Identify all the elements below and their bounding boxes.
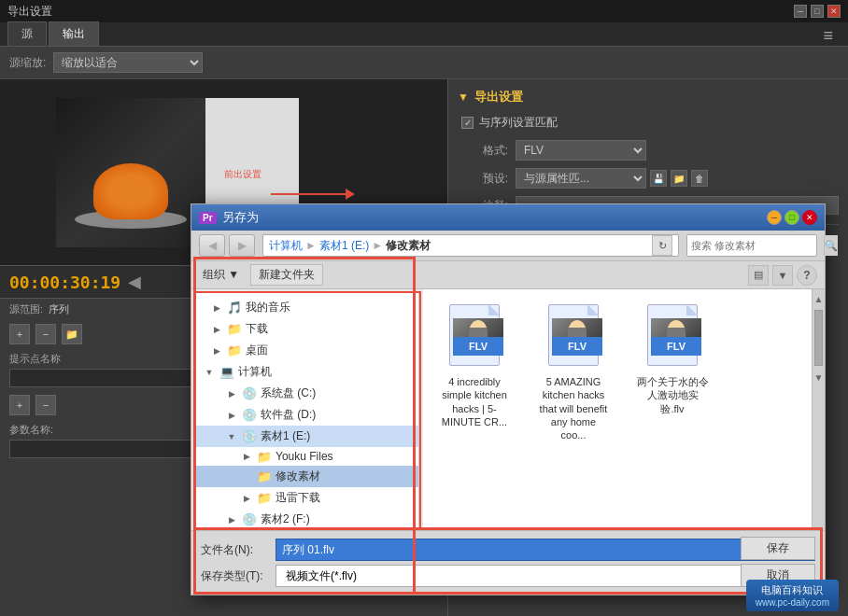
add-button[interactable]: + [9, 324, 30, 344]
close-button[interactable]: ✕ [827, 5, 841, 18]
filename-input[interactable] [276, 539, 815, 561]
refresh-button[interactable]: ↻ [652, 235, 672, 256]
preset-delete-icon[interactable]: 🗑 [691, 170, 708, 187]
expand-icon-thunder: ▶ [240, 492, 253, 505]
remove-marker-button[interactable]: − [35, 395, 56, 415]
scroll-up-button[interactable]: ▲ [813, 289, 825, 308]
computer-icon: 💻 [219, 366, 234, 379]
filetype-select[interactable]: 视频文件(*.flv) [276, 565, 815, 587]
preset-folder-icon[interactable]: 📁 [671, 170, 687, 187]
flv-badge-3: FLV [651, 337, 701, 356]
tree-item-d[interactable]: ▶ 💿 软件盘 (D:) [195, 404, 418, 426]
expand-icon-downloads: ▶ [210, 323, 223, 336]
arrow-label: 前出设置 [224, 168, 261, 181]
tree-item-f[interactable]: ▶ 💿 素材2 (F:) [195, 509, 418, 530]
file-item-1[interactable]: FLV 4 incredibly simple kitchen hacks | … [432, 299, 516, 434]
new-folder-button[interactable]: 新建文件夹 [250, 264, 323, 286]
folder-icon-downloads: 📁 [227, 323, 242, 336]
format-select[interactable]: FLV [516, 140, 646, 161]
tree-label-f: 素材2 (F:) [261, 511, 411, 527]
settings-title: 导出设置 [474, 89, 523, 105]
tree-item-c[interactable]: ▶ 💿 系统盘 (C:) [195, 383, 418, 404]
match-sequence-label: 与序列设置匹配 [479, 115, 558, 131]
disk-icon-d: 💿 [242, 409, 257, 422]
match-sequence-row: 与序列设置匹配 [458, 115, 839, 131]
dialog-toolbar: ◀ ▶ 计算机 ► 素材1 (E:) ► 修改素材 ↻ 🔍 [191, 231, 825, 261]
search-button[interactable]: 🔍 [824, 235, 838, 256]
scroll-down-button[interactable]: ▼ [813, 368, 825, 386]
dialog-minimize-button[interactable]: ─ [767, 210, 782, 225]
filetype-row: 保存类型(T): 视频文件(*.flv) [201, 565, 815, 587]
arrow-annotation: 前出设置 [271, 189, 355, 200]
tree-item-youku[interactable]: ▶ 📁 Youku Files [195, 447, 418, 466]
breadcrumb-disk[interactable]: 素材1 (E:) [319, 238, 369, 254]
tree-item-downloads[interactable]: ▶ 📁 下载 [195, 318, 418, 340]
tree-label-computer: 计算机 [238, 364, 411, 380]
expand-icon-e: ▼ [225, 430, 238, 443]
filename-row: 文件名(N): 保存 取消 [201, 539, 815, 561]
title-bar-controls: ─ □ ✕ [794, 5, 841, 18]
panel-menu-icon[interactable]: ≡ [815, 26, 841, 46]
preset-select[interactable]: 与源属性匹... [516, 168, 646, 189]
dialog-title-bar: Pr 另存为 ─ □ ✕ [191, 204, 825, 231]
file-item-3[interactable]: FLV 两个关于水的令人激动地实验.flv [630, 299, 714, 421]
tree-item-desktop[interactable]: ▶ 📁 桌面 [195, 340, 418, 361]
dialog-title-left: Pr 另存为 [199, 209, 259, 226]
tree-item-edit-material[interactable]: 📁 修改素材 [195, 466, 418, 487]
tree-item-computer[interactable]: ▼ 💻 计算机 [195, 361, 418, 383]
arrow-head [346, 189, 355, 200]
back-button[interactable]: ◀ [199, 234, 225, 257]
tree-label-downloads: 下载 [246, 321, 411, 337]
watermark-text: 电脑百科知识 [761, 583, 823, 597]
range-label: 源范围: [9, 302, 43, 316]
time-nav-icon[interactable]: ◀ [128, 272, 141, 292]
source-scale-select[interactable]: 缩放以适合 [53, 52, 203, 73]
breadcrumb-computer[interactable]: 计算机 [269, 238, 303, 254]
match-sequence-checkbox[interactable] [461, 117, 473, 129]
arrow-line [271, 193, 346, 195]
tree-item-thunder[interactable]: ▶ 📁 迅雷下载 [195, 487, 418, 509]
tree-label-c: 系统盘 (C:) [261, 385, 411, 401]
preset-icons: 💾 📁 🗑 [650, 170, 708, 187]
address-breadcrumbs: 计算机 ► 素材1 (E:) ► 修改素材 [269, 238, 652, 254]
dialog-maximize-button[interactable]: □ [784, 210, 799, 225]
preset-row: 预设: 与源属性匹... 💾 📁 🗑 [458, 168, 839, 189]
tab-source[interactable]: 源 [7, 21, 47, 46]
search-bar: 🔍 [686, 234, 817, 257]
preset-save-icon[interactable]: 💾 [650, 170, 667, 187]
view-toggle-button[interactable]: ▤ [748, 265, 769, 286]
pr-icon: Pr [199, 212, 217, 224]
dialog-close-button[interactable]: ✕ [802, 210, 817, 225]
help-button[interactable]: ? [797, 265, 817, 286]
tree-item-music[interactable]: ▶ 🎵 我的音乐 [195, 297, 418, 318]
tab-output[interactable]: 输出 [49, 21, 99, 46]
flv-icon-3: FLV [644, 304, 700, 370]
flv-badge-2: FLV [552, 337, 602, 356]
add-marker-button[interactable]: + [9, 395, 30, 415]
breadcrumb-current[interactable]: 修改素材 [386, 238, 431, 254]
expand-icon-d: ▶ [225, 409, 238, 422]
remove-button[interactable]: − [35, 324, 56, 344]
maximize-button[interactable]: □ [811, 5, 824, 18]
search-input[interactable] [687, 238, 824, 253]
minimize-button[interactable]: ─ [794, 5, 807, 18]
forward-button[interactable]: ▶ [229, 234, 255, 257]
folder-icon-desktop: 📁 [227, 344, 242, 357]
settings-header: ▼ 导出设置 [458, 89, 839, 105]
organize-button[interactable]: 组织 ▼ [199, 265, 243, 285]
format-label: 格式: [461, 143, 508, 159]
scroll-thumb[interactable] [814, 310, 823, 366]
folder-button[interactable]: 📁 [62, 324, 82, 344]
expand-icon-f: ▶ [225, 513, 238, 526]
address-bar: 计算机 ► 素材1 (E:) ► 修改素材 ↻ [262, 234, 679, 257]
disk-icon-c: 💿 [242, 387, 257, 400]
file-name-2: 5 AMAZING kitchen hacks that will benefi… [537, 375, 610, 441]
file-item-2[interactable]: FLV 5 AMAZING kitchen hacks that will be… [531, 299, 615, 447]
organize-bar: 组织 ▼ 新建文件夹 ▤ ▼ ? [191, 261, 825, 289]
window-title: 导出设置 [7, 4, 52, 20]
save-button[interactable]: 保存 [741, 537, 815, 560]
tree-item-e[interactable]: ▼ 💿 素材1 (E:) [195, 426, 418, 447]
breadcrumb-sep-2: ► [372, 239, 383, 252]
view-dropdown-button[interactable]: ▼ [772, 265, 793, 286]
format-row: 格式: FLV [458, 140, 839, 161]
